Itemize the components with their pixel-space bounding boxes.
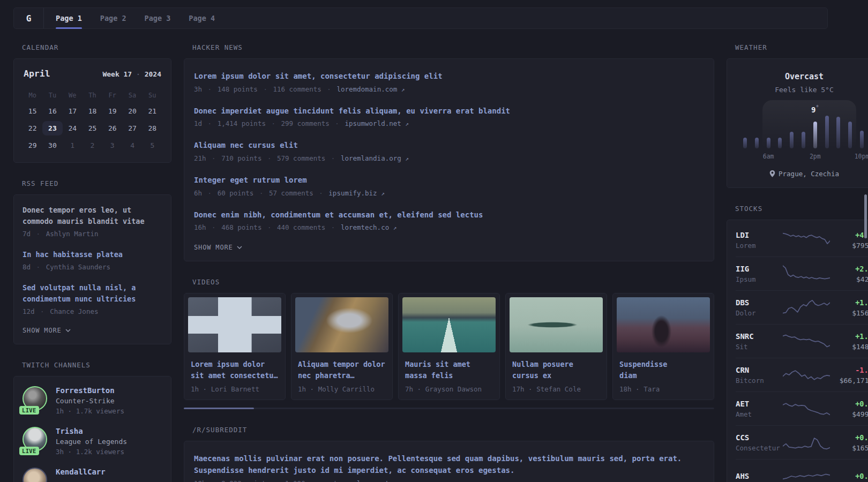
weather-card: Overcast Feels like 5°C 9°6am2pm10pm Pra… (727, 58, 868, 188)
tab-page-1[interactable]: Page 1 (56, 8, 82, 28)
twitch-channel-name[interactable]: Trisha (56, 427, 127, 435)
videos-scrollbar-track[interactable] (184, 408, 714, 409)
weather-bar (825, 116, 829, 148)
calendar-day: 26 (102, 121, 122, 135)
weather-bar (755, 138, 759, 148)
video-title[interactable]: Nullam posuerecursus ex (510, 359, 603, 381)
subreddit-post-title[interactable]: Maecenas mollis pulvinar erat non posuer… (194, 453, 704, 476)
calendar-day: 27 (122, 121, 142, 135)
source-domain-link[interactable]: ipsumworld.net ↗ (345, 119, 409, 127)
video-card[interactable]: Mauris sit ametmassa felis7h · Grayson D… (398, 293, 500, 400)
weather-hour-label: 6am (763, 153, 774, 160)
stock-row[interactable]: CCSConsectetur+0.51%$165.84 (736, 426, 868, 460)
hackernews-item-title[interactable]: Donec imperdiet augue tincidunt felis al… (194, 106, 704, 117)
stock-row[interactable]: LDILorem+4.35%$795.18 (736, 223, 868, 257)
stock-sparkline (783, 433, 830, 452)
list-item: In hac habitasse platea8d · Cynthia Saun… (23, 249, 162, 271)
stock-row[interactable]: AETAmet+0.92%$499.72 (736, 392, 868, 426)
chevron-down-icon (237, 246, 242, 249)
tab-page-2[interactable]: Page 2 (100, 8, 126, 28)
hackernews-item-title[interactable]: Lorem ipsum dolor sit amet, consectetur … (194, 71, 704, 82)
weather-bar (778, 138, 782, 148)
weather-hour-label: 2pm (810, 153, 821, 160)
twitch-channel-row[interactable]: LIVEForrestBurtonCounter-Strike1h · 1.7k… (23, 386, 162, 415)
stock-symbol: LDI (736, 231, 777, 239)
dot-separator: · (206, 479, 222, 482)
video-thumbnail[interactable] (295, 297, 388, 352)
video-thumbnail[interactable] (402, 297, 496, 352)
stock-change: +2.84% (835, 265, 868, 273)
video-card[interactable]: Lorem ipsum dolorsit amet consectetu…1h … (184, 293, 286, 400)
list-item: Maecenas mollis pulvinar erat non posuer… (194, 453, 704, 482)
dot-separator: · (199, 385, 211, 393)
stock-row[interactable]: SNRCSit+1.36%$148.64 (736, 325, 868, 358)
video-card[interactable]: Aliquam tempor dolornec pharetra…1h · Mo… (291, 293, 393, 400)
hackernews-item-meta: 1d · 1,414 points · 299 comments · ipsum… (194, 119, 704, 127)
video-title[interactable]: Mauris sit ametmassa felis (402, 359, 496, 381)
dot-separator: · (266, 119, 281, 127)
tab-page-4[interactable]: Page 4 (189, 8, 215, 28)
stock-row[interactable]: CRNBitcorn-1.00%$66,171.48 (736, 358, 868, 392)
source-domain-link[interactable]: ipsumify.biz ↗ (328, 189, 384, 197)
weather-bar (836, 117, 840, 148)
subreddit-post-meta: 19h · 9,932 points · 1,090 comments · lo… (194, 479, 704, 482)
hackernews-item-title[interactable]: Donec enim nibh, condimentum et accumsan… (194, 209, 704, 221)
dot-separator: · (313, 189, 329, 197)
app-logo[interactable]: G (14, 8, 44, 28)
video-title[interactable]: Lorem ipsum dolorsit amet consectetu… (188, 359, 281, 381)
twitch-channel-name[interactable]: ForrestBurton (56, 386, 124, 395)
rss-item-meta: 12d · Chance Jones (23, 307, 162, 315)
rss-item-title[interactable]: Sed volutpat nulla nisl, a condimentum n… (23, 282, 162, 305)
hackernews-item-title[interactable]: Integer eget rutrum lorem (194, 175, 704, 186)
twitch-avatar-wrap: LIVE (23, 386, 47, 411)
page-scrollbar-thumb[interactable] (864, 194, 867, 238)
sparkline-chart (783, 433, 830, 452)
stock-change: +1.42% (835, 298, 868, 307)
source-domain-link[interactable]: loremnet.xyz ↗ (357, 479, 413, 482)
video-thumbnail[interactable] (188, 297, 281, 352)
video-thumbnail[interactable] (510, 297, 603, 352)
twitch-channel-name[interactable]: KendallCarr (56, 468, 106, 476)
stock-values: +1.42%$156.28 (835, 298, 868, 317)
video-title-line: Aliquam tempor dolor (298, 359, 386, 370)
video-thumbnail[interactable] (617, 297, 710, 352)
stock-price: $499.72 (835, 410, 868, 418)
twitch-channel-row[interactable]: LIVETrishaLeague of Legends3h · 1.2k vie… (23, 427, 162, 456)
source-domain-link[interactable]: loremlandia.org ↗ (341, 154, 409, 162)
stock-price: $795.18 (835, 242, 868, 250)
twitch-channel-row[interactable]: KendallCarr (23, 468, 162, 482)
dot-separator: · (64, 407, 76, 415)
source-domain-link[interactable]: loremdomain.com ↗ (336, 85, 405, 93)
video-card[interactable]: Nullam posuerecursus ex17h · Stefan Cole (505, 293, 607, 400)
source-domain-link[interactable]: loremtech.co ↗ (341, 223, 396, 231)
rss-show-more-button[interactable]: SHOW MORE (23, 327, 162, 334)
stock-change: +0.46% (835, 472, 868, 480)
stock-sparkline (783, 230, 830, 250)
video-title[interactable]: Aliquam tempor dolornec pharetra… (295, 359, 388, 381)
video-card[interactable]: Suspendissediam18h · Tara (612, 293, 714, 400)
stock-values: +4.35%$795.18 (835, 231, 868, 250)
twitch-card: LIVEForrestBurtonCounter-Strike1h · 1.7k… (13, 376, 171, 482)
video-title[interactable]: Suspendissediam (617, 359, 710, 381)
stock-row[interactable]: IIGIpsum+2.84%$42.04 (736, 257, 868, 291)
hackernews-show-more-button[interactable]: SHOW MORE (194, 244, 704, 251)
list-item: Donec tempor eros leo, ut commodo mauris… (23, 205, 162, 238)
weather-daytime-highlight (762, 100, 857, 153)
video-meta: 1h · Lori Barnett (188, 385, 281, 393)
live-badge: LIVE (19, 447, 39, 455)
rss-item-title[interactable]: Donec tempor eros leo, ut commodo mauris… (23, 205, 162, 227)
avatar[interactable] (23, 468, 47, 482)
tab-page-3[interactable]: Page 3 (145, 8, 171, 28)
stock-row[interactable]: AHS+0.46% (736, 460, 868, 482)
stock-symbol: CCS (736, 433, 777, 442)
rss-item-title[interactable]: In hac habitasse platea (23, 249, 162, 260)
stock-price: $165.84 (835, 444, 868, 452)
twitch-meta: 1h · 1.7k viewers (56, 407, 124, 415)
weather-location-row: Prague, Czechia (736, 170, 868, 178)
calendar-weekday: Sa (122, 89, 142, 101)
weather-bar (767, 138, 770, 148)
hackernews-item-title[interactable]: Aliquam nec cursus elit (194, 140, 704, 152)
calendar-weekday: Mo (23, 89, 42, 101)
videos-scrollbar-thumb[interactable] (184, 408, 254, 409)
stock-row[interactable]: DBSDolor+1.42%$156.28 (736, 291, 868, 325)
